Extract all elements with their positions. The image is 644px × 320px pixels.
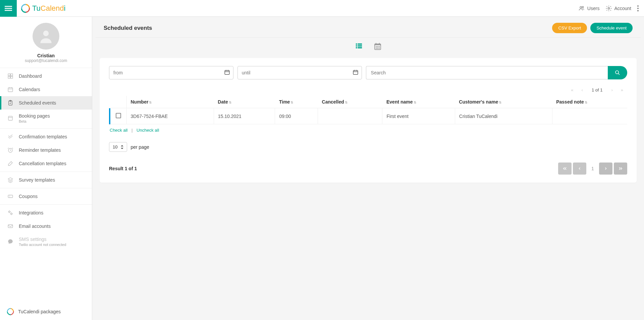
pager-top: « ‹ 1 of 1 › » [109, 79, 627, 96]
last-page-button[interactable] [614, 163, 627, 175]
col-date[interactable]: Date⇅ [214, 96, 275, 108]
col-time[interactable]: Time⇅ [275, 96, 318, 108]
list-icon [355, 42, 363, 50]
csv-export-button[interactable]: CSV Export [552, 23, 587, 33]
svg-point-4 [582, 6, 583, 8]
sort-icon: ⇅ [229, 101, 231, 104]
brand-logo[interactable]: TuCalendi [17, 4, 65, 13]
next-page-button[interactable]: › [608, 87, 615, 92]
first-page-button[interactable] [558, 163, 572, 175]
calendar-view-button[interactable] [373, 42, 382, 51]
users-link[interactable]: Users [578, 5, 600, 11]
events-card: « ‹ 1 of 1 › » Number⇅ Date⇅ Time⇅ Cance… [100, 58, 637, 183]
sidebar-item-coupons[interactable]: Coupons [0, 190, 92, 203]
sidebar-item-email-accounts[interactable]: Email accounts [0, 219, 92, 233]
cell-cancelled [318, 108, 382, 124]
from-date-input[interactable] [109, 66, 233, 79]
search-button[interactable] [608, 66, 627, 79]
brand-name-c: i [64, 4, 66, 12]
svg-point-8 [637, 10, 639, 11]
svg-rect-1 [5, 8, 12, 9]
sidebar-item-survey-templates[interactable]: Survey templates [0, 173, 92, 187]
row-checkbox[interactable] [116, 113, 121, 118]
account-link[interactable]: Account [605, 5, 631, 12]
svg-rect-47 [379, 48, 380, 49]
layers-icon [7, 177, 14, 183]
sidebar-item-scheduled-events[interactable]: Scheduled events [0, 96, 92, 110]
svg-point-30 [11, 213, 12, 215]
svg-rect-20 [8, 116, 12, 120]
calendar-icon[interactable] [353, 69, 359, 76]
sidebar-item-booking-pages[interactable]: Booking pages Beta [0, 110, 92, 127]
tucalendi-circle-icon [21, 4, 30, 13]
more-menu-button[interactable] [637, 5, 639, 11]
avatar-placeholder-icon [38, 28, 54, 45]
avatar[interactable] [33, 23, 59, 50]
schedule-event-button[interactable]: Schedule event [590, 23, 633, 33]
users-label: Users [587, 6, 600, 11]
cell-time: 09:00 [275, 108, 318, 124]
check-stack-icon [7, 134, 14, 140]
result-text: Result 1 of 1 [109, 166, 137, 171]
svg-point-6 [637, 5, 639, 7]
cell-date: 15.10.2021 [214, 108, 275, 124]
sidebar-item-calendars[interactable]: Calendars [0, 83, 92, 96]
cell-customer-name: Cristian TuCalendi [455, 108, 552, 124]
svg-rect-12 [8, 76, 10, 78]
search-input[interactable] [366, 66, 608, 79]
svg-rect-35 [358, 45, 362, 47]
eraser-icon [7, 161, 14, 167]
gear-icon [605, 5, 612, 12]
svg-point-9 [43, 30, 49, 36]
sidebar-item-dashboard[interactable]: Dashboard [0, 69, 92, 83]
sidebar-item-cancellation-templates[interactable]: Cancellation templates [0, 157, 92, 170]
svg-rect-32 [356, 44, 357, 45]
sidebar-item-confirmation-templates[interactable]: Confirmation templates [0, 130, 92, 143]
next-page-button[interactable] [599, 163, 612, 175]
col-cancelled[interactable]: Cancelled⇅ [318, 96, 382, 108]
svg-rect-10 [8, 74, 10, 76]
packages-label: TuCalendi packages [18, 309, 61, 314]
svg-rect-27 [8, 195, 13, 198]
svg-rect-39 [375, 44, 381, 45]
ticket-icon [7, 193, 14, 199]
col-passed-note[interactable]: Passed note⇅ [552, 96, 627, 108]
sort-icon: ⇅ [290, 101, 293, 104]
list-view-button[interactable] [355, 42, 363, 51]
sidebar-item-packages[interactable]: TuCalendi packages [0, 303, 92, 320]
prev-page-button[interactable]: ‹ [579, 87, 586, 92]
calendar-icon[interactable] [224, 69, 230, 76]
svg-rect-37 [358, 47, 362, 49]
prev-page-button[interactable] [573, 163, 586, 175]
cell-passed-note [552, 108, 627, 124]
last-page-button[interactable]: » [618, 87, 626, 92]
page-title: Scheduled events [104, 25, 152, 31]
uncheck-all-link[interactable]: Uncheck all [137, 128, 159, 133]
perpage-select[interactable]: 10 [109, 142, 127, 152]
perpage-row: 10 per page [109, 136, 627, 153]
sidebar-item-reminder-templates[interactable]: Reminder templates [0, 143, 92, 157]
svg-rect-13 [11, 76, 13, 78]
clipboard-check-icon [7, 100, 14, 106]
until-date-input[interactable] [237, 66, 362, 79]
brand-name-b: Calend [41, 4, 64, 12]
from-date-wrap [109, 66, 233, 79]
chevron-left-icon [578, 166, 582, 171]
sidebar-item-integrations[interactable]: Integrations [0, 206, 92, 219]
hamburger-menu-button[interactable] [0, 0, 17, 17]
check-all-link[interactable]: Check all [110, 128, 127, 133]
check-actions: Check all | Uncheck all [109, 124, 627, 136]
svg-point-56 [615, 71, 619, 74]
alarm-icon [7, 147, 14, 153]
col-number[interactable]: Number⇅ [126, 96, 214, 108]
profile-name: Cristian [4, 53, 88, 58]
sort-icon: ⇅ [585, 101, 587, 104]
first-page-button[interactable]: « [568, 87, 576, 92]
svg-rect-33 [358, 44, 362, 45]
sidebar-item-sms-settings[interactable]: SMS settings Twilio account not connecte… [0, 233, 92, 250]
col-customer-name[interactable]: Customer's name⇅ [455, 96, 552, 108]
svg-point-3 [580, 6, 582, 8]
table-row[interactable]: 3D67-7524-FBAE 15.10.2021 09:00 First ev… [110, 108, 627, 124]
col-event-name[interactable]: Event name⇅ [382, 96, 455, 108]
chevron-right-icon [604, 166, 608, 171]
